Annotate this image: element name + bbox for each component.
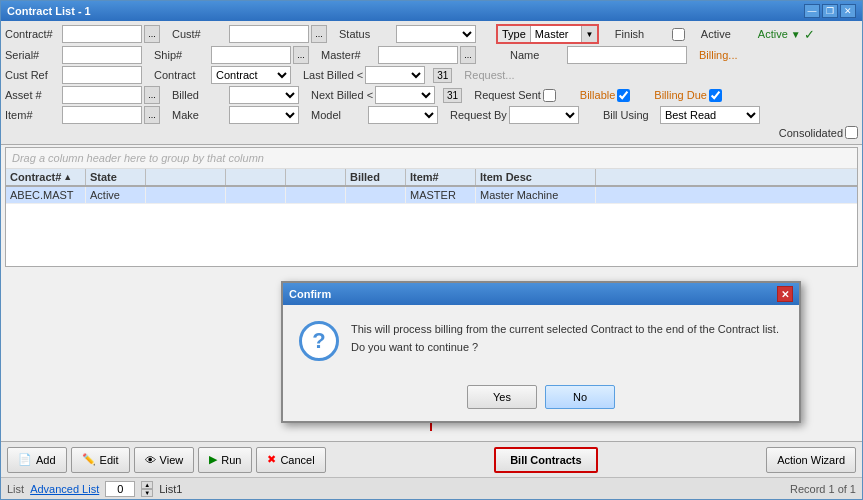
bill-contracts-button[interactable]: Bill Contracts xyxy=(494,447,598,473)
contract-select[interactable]: Contract xyxy=(211,66,291,84)
calendar-icon-2[interactable]: 31 xyxy=(443,88,462,103)
serial-input[interactable] xyxy=(62,46,142,64)
cust-ellipsis[interactable]: ... xyxy=(311,25,327,43)
view-button[interactable]: 👁 View xyxy=(134,447,195,473)
status-select[interactable] xyxy=(396,25,476,43)
billed-label: Billed xyxy=(172,89,227,101)
item-ellipsis[interactable]: ... xyxy=(144,106,160,124)
cancel-label: Cancel xyxy=(280,454,314,466)
billable-checkbox[interactable] xyxy=(617,89,630,102)
type-box: Type Master ▼ xyxy=(496,24,599,44)
calendar-icon-1[interactable]: 31 xyxy=(433,68,452,83)
status-label: Status xyxy=(339,28,394,40)
lastbilled-select[interactable] xyxy=(365,66,425,84)
active-status: Active ▼ ✓ xyxy=(758,27,815,42)
contract-input[interactable] xyxy=(62,25,142,43)
advanced-list-link[interactable]: Advanced List xyxy=(30,483,99,495)
nextbilled-select[interactable] xyxy=(375,86,435,104)
model-select[interactable] xyxy=(368,106,438,124)
master-label: Master# xyxy=(321,49,376,61)
item-label: Item# xyxy=(5,109,60,121)
no-button[interactable]: No xyxy=(545,385,615,409)
spinner-up[interactable]: ▲ xyxy=(141,481,153,489)
consolidated-checkbox[interactable] xyxy=(845,126,858,139)
yes-button[interactable]: Yes xyxy=(467,385,537,409)
view-icon: 👁 xyxy=(145,454,156,466)
filter-row-5: Item# ... Make Model Request By Bill Usi… xyxy=(5,106,858,124)
make-label: Make xyxy=(172,109,227,121)
edit-button[interactable]: ✏️ Edit xyxy=(71,447,130,473)
confirm-dialog: Confirm ✕ ? This will process billing fr… xyxy=(281,281,801,423)
finish-checkbox[interactable] xyxy=(672,28,685,41)
filter-row-6: Consolidated xyxy=(5,126,858,139)
item-input[interactable] xyxy=(62,106,142,124)
col-contract[interactable]: Contract# ▲ xyxy=(6,169,86,185)
bill-contracts-label: Bill Contracts xyxy=(510,454,582,466)
contract2-label: Contract xyxy=(154,69,209,81)
add-button[interactable]: 📄 Add xyxy=(7,447,67,473)
filter-row-2: Serial# Ship# ... Master# ... Name Billi… xyxy=(5,46,858,64)
billed-select[interactable] xyxy=(229,86,299,104)
nextbilled-label: Next Billed < xyxy=(311,89,373,101)
view-label: View xyxy=(160,454,184,466)
list-label: List xyxy=(7,483,24,495)
modal-footer: Yes No xyxy=(283,377,799,421)
ship-input[interactable] xyxy=(211,46,291,64)
type-dropdown[interactable]: ▼ xyxy=(581,26,597,42)
cancel-icon: ✖ xyxy=(267,453,276,466)
active-dropdown[interactable]: ▼ xyxy=(791,29,801,40)
model-label: Model xyxy=(311,109,366,121)
title-bar-controls: — ❐ ✕ xyxy=(804,4,856,18)
cust-input[interactable] xyxy=(229,25,309,43)
restore-button[interactable]: ❐ xyxy=(822,4,838,18)
type-value: Master xyxy=(531,26,581,42)
sort-asc-icon: ▲ xyxy=(63,172,72,182)
asset-input[interactable] xyxy=(62,86,142,104)
run-button[interactable]: ▶ Run xyxy=(198,447,252,473)
asset-ellipsis[interactable]: ... xyxy=(144,86,160,104)
billusing-select[interactable]: Best Read xyxy=(660,106,760,124)
name-input[interactable] xyxy=(567,46,687,64)
modal-message: This will process billing from the curre… xyxy=(351,321,779,356)
requestby-select[interactable] xyxy=(509,106,579,124)
contract-ellipsis[interactable]: ... xyxy=(144,25,160,43)
cell-state: Active xyxy=(86,187,146,203)
cust-label: Cust# xyxy=(172,28,227,40)
list-name: List1 xyxy=(159,483,182,495)
name-label: Name xyxy=(510,49,565,61)
filter-row-3: Cust Ref Contract Contract Last Billed <… xyxy=(5,66,858,84)
filter-area: Contract# ... Cust# ... Status Type Mast… xyxy=(1,21,862,145)
status-bar-wrapper: List Advanced List ▲ ▼ List1 Record 1 of… xyxy=(1,477,862,499)
close-button[interactable]: ✕ xyxy=(840,4,856,18)
cancel-button[interactable]: ✖ Cancel xyxy=(256,447,325,473)
modal-titlebar: Confirm ✕ xyxy=(283,283,799,305)
spinner-down[interactable]: ▼ xyxy=(141,489,153,497)
make-select[interactable] xyxy=(229,106,299,124)
modal-body: ? This will process billing from the cur… xyxy=(283,305,799,377)
modal-close-button[interactable]: ✕ xyxy=(777,286,793,302)
bottom-toolbar: 📄 Add ✏️ Edit 👁 View ▶ Run ✖ Cancel Bill xyxy=(1,441,862,477)
action-wizard-button[interactable]: Action Wizard xyxy=(766,447,856,473)
consolidated-label: Consolidated xyxy=(779,127,843,139)
custref-input[interactable] xyxy=(62,66,142,84)
run-label: Run xyxy=(221,454,241,466)
billingdue-checkbox[interactable] xyxy=(709,89,722,102)
billingdue-label: Billing Due xyxy=(654,89,707,101)
record-info: Record 1 of 1 xyxy=(790,483,856,495)
active-icon: ✓ xyxy=(804,27,815,42)
requestsent-label: Request Sent xyxy=(474,89,541,101)
list-spinner-input[interactable] xyxy=(105,481,135,497)
minimize-button[interactable]: — xyxy=(804,4,820,18)
master-ellipsis[interactable]: ... xyxy=(460,46,476,64)
master-input[interactable] xyxy=(378,46,458,64)
ship-ellipsis[interactable]: ... xyxy=(293,46,309,64)
col-state[interactable]: State xyxy=(86,169,146,185)
billing-label: Billing... xyxy=(699,49,738,61)
active-label: Active xyxy=(701,28,756,40)
requestsent-checkbox[interactable] xyxy=(543,89,556,102)
edit-icon: ✏️ xyxy=(82,453,96,466)
ship-label: Ship# xyxy=(154,49,209,61)
requestby-label: Request By xyxy=(450,109,507,121)
modal-container: Confirm ✕ ? This will process billing fr… xyxy=(141,141,801,423)
action-wizard-label: Action Wizard xyxy=(777,454,845,466)
